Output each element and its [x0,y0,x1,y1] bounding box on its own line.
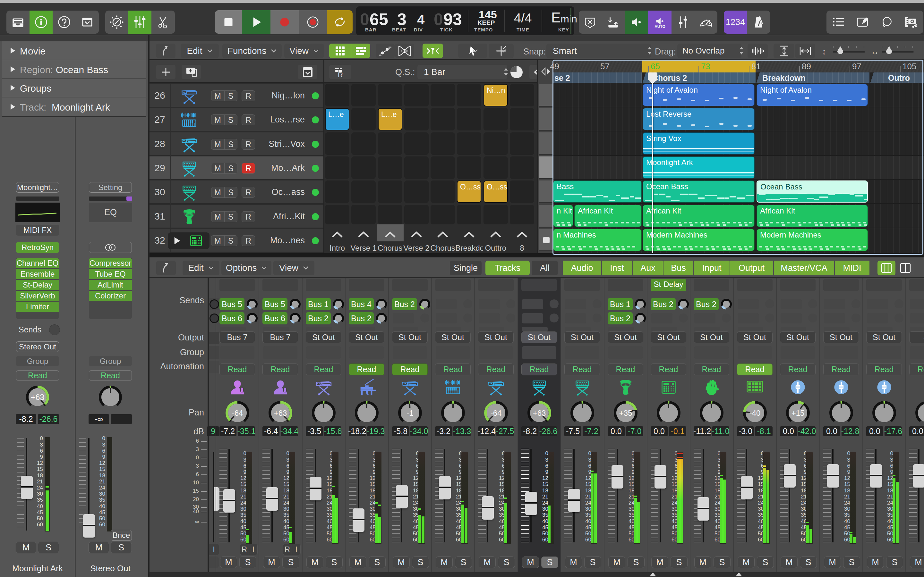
svg-text:+15: +15 [792,409,804,417]
svg-text:+63: +63 [31,393,44,402]
svg-text:R: R [338,71,343,79]
svg-text:-64: -64 [491,409,502,417]
svg-text:-64: -64 [232,409,243,417]
svg-text:+35: +35 [619,409,632,417]
svg-text:+63: +63 [274,409,287,417]
svg-text:+63: +63 [533,409,546,417]
svg-text:AUTO: AUTO [654,24,666,29]
svg-text:-40: -40 [750,409,761,417]
svg-text:-1: -1 [407,409,413,417]
